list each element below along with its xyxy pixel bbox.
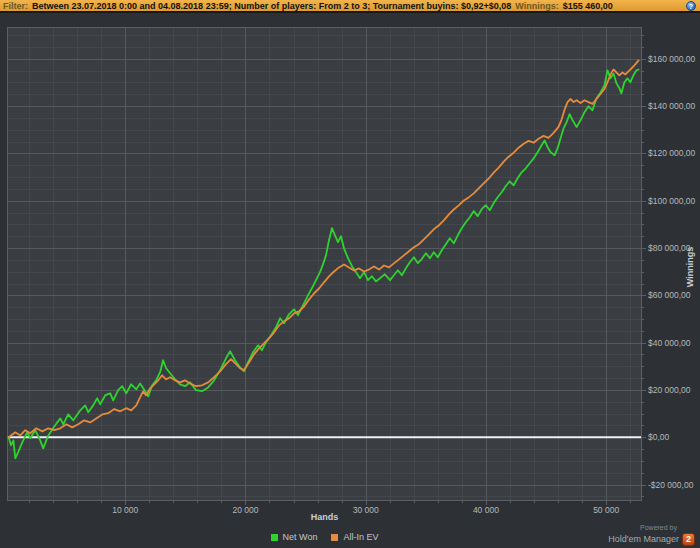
winnings-graph: 10 00020 00030 00040 00050 000$160 000,0… (0, 0, 700, 548)
y-tick-label: $120 000,00 (648, 148, 696, 158)
legend: Net Won All-In EV (8, 532, 641, 542)
chart-area: 10 00020 00030 00040 00050 000$160 000,0… (0, 0, 700, 548)
y-tick-label: $0,00 (648, 432, 670, 442)
y-tick-label: $140 000,00 (648, 101, 696, 111)
legend-label-net-won: Net Won (283, 532, 318, 542)
legend-item-all-in-ev: All-In EV (331, 532, 378, 542)
filter-criteria: Between 23.07.2018 0:00 and 04.08.2018 2… (32, 1, 511, 11)
hm2-logo: 2 (682, 533, 695, 546)
application-window: 10 00020 00030 00040 00050 000$160 000,0… (0, 0, 700, 548)
y-tick-label: $100 000,00 (648, 196, 696, 206)
powered-by-text: Powered by (608, 524, 677, 531)
filter-bar: Filter: Between 23.07.2018 0:00 and 04.0… (0, 0, 700, 13)
y-tick-label: $160 000,00 (648, 54, 696, 64)
winnings-value: $155 460,00 (563, 1, 613, 11)
filter-label: Filter: (3, 1, 28, 11)
brand-name: Hold'em Manager (608, 535, 679, 544)
net-won-swatch (271, 534, 278, 541)
plot-background (8, 28, 641, 500)
y-tick-label: $60 000,00 (648, 290, 691, 300)
legend-item-net-won: Net Won (271, 532, 318, 542)
y-tick-label: $40 000,00 (648, 338, 691, 348)
y-tick-label: -$20 000,00 (648, 480, 694, 490)
winnings-label: Winnings: (515, 1, 558, 11)
info-icon[interactable]: ? (686, 1, 696, 11)
all-in-ev-swatch (331, 534, 338, 541)
powered-by-block: Powered by Hold'em Manager 2 (608, 524, 695, 546)
x-axis-title: Hands (8, 512, 641, 522)
y-tick-label: $20 000,00 (648, 385, 691, 395)
y-axis-title: Winnings (685, 244, 695, 290)
legend-label-all-in-ev: All-In EV (343, 532, 378, 542)
